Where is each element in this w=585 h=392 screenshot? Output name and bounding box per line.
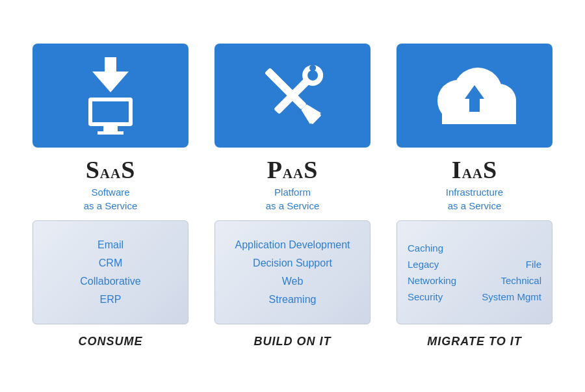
saas-feature-box: Email CRM Collaborative ERP xyxy=(32,220,188,324)
paas-action-label: Build On It xyxy=(254,335,332,348)
paas-title: PaaS xyxy=(267,155,318,184)
saas-feature-erp: ERP xyxy=(100,294,122,306)
iaas-icon-box xyxy=(396,44,552,148)
iaas-subtitle: Infrastructure as a Service xyxy=(446,185,503,213)
paas-feature-box: Application Development Decision Support… xyxy=(214,220,370,324)
iaas-column: IaaS Infrastructure as a Service Caching… xyxy=(387,44,562,348)
iaas-feature-legacy: Legacy xyxy=(408,259,473,270)
paas-feature-streaming: Streaming xyxy=(269,294,317,306)
saas-feature-email: Email xyxy=(98,239,124,251)
paas-feature-web: Web xyxy=(282,276,304,287)
columns-wrapper: SaaS Software as a Service Email CRM Col… xyxy=(13,44,572,348)
iaas-feature-technical: Technical xyxy=(476,275,541,286)
iaas-feature-security: Security xyxy=(408,291,473,302)
iaas-feature-empty1 xyxy=(476,242,541,254)
saas-icon xyxy=(88,57,133,135)
iaas-feature-sysmgmt: System Mgmt xyxy=(476,291,541,302)
iaas-cloud-icon xyxy=(422,57,526,135)
paas-subtitle: Platform as a Service xyxy=(266,185,320,213)
svg-rect-11 xyxy=(442,114,516,124)
iaas-feature-box: Caching Legacy File Networking Technical… xyxy=(396,220,552,324)
paas-column: PaaS Platform as a Service Application D… xyxy=(205,44,380,348)
paas-tools-icon xyxy=(254,57,332,135)
main-container: SaaS Software as a Service Email CRM Col… xyxy=(13,44,572,348)
iaas-feature-caching: Caching xyxy=(408,242,473,254)
saas-title: SaaS xyxy=(86,155,136,184)
saas-icon-box xyxy=(32,44,188,148)
saas-feature-crm: CRM xyxy=(99,257,122,269)
iaas-action-label: Migrate To It xyxy=(427,335,521,348)
iaas-title: IaaS xyxy=(452,155,497,184)
paas-feature-appdev: Application Development xyxy=(235,239,350,251)
saas-subtitle: Software as a Service xyxy=(84,185,138,213)
iaas-feature-networking: Networking xyxy=(408,275,473,286)
saas-feature-collaborative: Collaborative xyxy=(80,276,140,287)
saas-action-label: Consume xyxy=(78,335,142,348)
iaas-feature-file: File xyxy=(476,259,541,270)
paas-icon-box xyxy=(214,44,370,148)
paas-feature-decisionsupport: Decision Support xyxy=(253,257,332,269)
saas-column: SaaS Software as a Service Email CRM Col… xyxy=(23,44,198,348)
